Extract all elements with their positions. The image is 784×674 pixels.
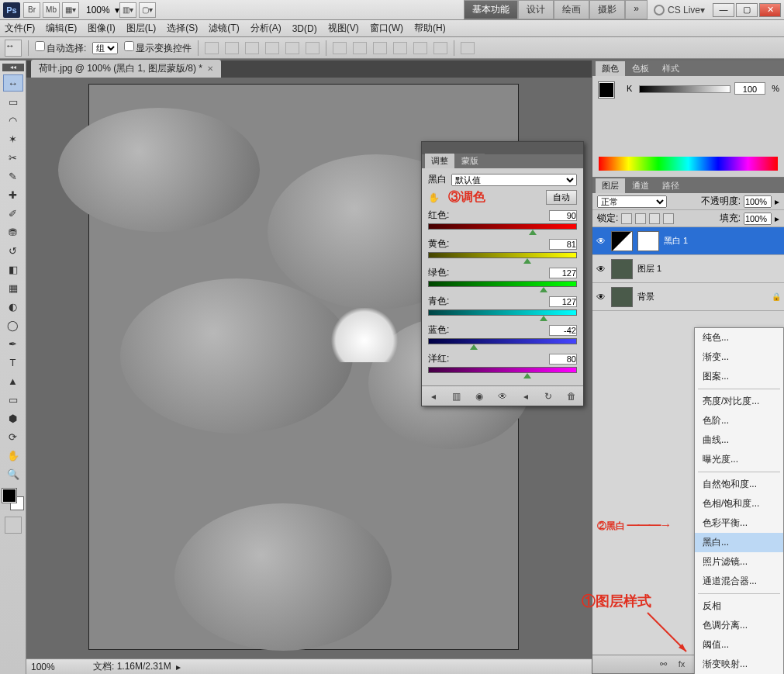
toolbox-toggle[interactable]: ◂◂ (2, 64, 24, 71)
lock-all-icon[interactable] (663, 213, 674, 224)
visibility-icon[interactable]: 👁 (596, 292, 606, 302)
menu-help[interactable]: 帮助(H) (414, 22, 446, 35)
shape-tool[interactable]: ▭ (3, 391, 23, 408)
move-tool[interactable]: ↔ (3, 74, 23, 92)
cslive-button[interactable]: CS Live ▾ (654, 5, 705, 16)
slider-track[interactable] (428, 281, 577, 287)
arrange-button[interactable]: ▥▾ (119, 2, 136, 18)
tab-color[interactable]: 颜色 (596, 61, 625, 76)
workspace-essentials[interactable]: 基本功能 (464, 0, 518, 19)
auto-align-icon[interactable] (461, 42, 475, 54)
stamp-tool[interactable]: ⛃ (3, 223, 23, 240)
ctx-menu-item[interactable]: 渐变... (695, 347, 783, 367)
prev-icon[interactable]: ◂ (520, 391, 532, 402)
eraser-tool[interactable]: ◧ (3, 261, 23, 278)
slider-track[interactable] (428, 338, 577, 344)
align-icon[interactable] (205, 42, 219, 54)
status-info[interactable]: 文档: 1.16M/2.31M (93, 660, 171, 673)
ctx-menu-item[interactable]: 纯色... (695, 328, 783, 347)
zoom-tool[interactable]: 🔍 (3, 465, 23, 482)
slider-value[interactable] (549, 354, 577, 365)
tab-masks[interactable]: 蒙版 (455, 154, 485, 168)
slider-value[interactable] (549, 296, 577, 307)
menu-edit[interactable]: 编辑(E) (46, 22, 77, 35)
tab-channels[interactable]: 通道 (626, 178, 655, 193)
workspace-more[interactable]: » (625, 0, 648, 19)
slider-track[interactable] (428, 252, 577, 258)
slider-track[interactable] (428, 367, 577, 373)
adj-thumb[interactable] (611, 231, 633, 251)
k-value[interactable]: 100 (734, 82, 765, 95)
ctx-menu-item[interactable]: 通道混合器... (695, 572, 783, 591)
expand-icon[interactable]: ▥ (451, 391, 463, 402)
ctx-menu-item[interactable]: 照片滤镜... (695, 552, 783, 572)
menu-window[interactable]: 窗口(W) (370, 22, 403, 35)
close-tab-icon[interactable]: ✕ (207, 64, 213, 73)
spectrum-bar[interactable] (599, 157, 778, 171)
distribute-icon[interactable] (433, 42, 447, 54)
bridge-button[interactable]: Br (23, 2, 40, 18)
dodge-tool[interactable]: ◯ (3, 316, 23, 334)
show-transform-checkbox[interactable]: 显示变换控件 (124, 41, 192, 55)
delete-icon[interactable]: 🗑 (565, 391, 578, 402)
lock-position-icon[interactable] (635, 213, 646, 224)
tab-layers[interactable]: 图层 (596, 178, 625, 193)
menu-3d[interactable]: 3D(D) (292, 23, 317, 34)
visibility-icon[interactable]: 👁 (596, 236, 606, 247)
blur-tool[interactable]: ◐ (3, 298, 23, 315)
view-icon[interactable]: 👁 (496, 391, 509, 402)
auto-button[interactable]: 自动 (546, 190, 577, 205)
workspace-painting[interactable]: 绘画 (554, 0, 589, 19)
ctx-menu-item[interactable]: 反相 (695, 596, 783, 616)
distribute-icon[interactable] (353, 42, 367, 54)
mask-thumb[interactable] (637, 231, 659, 251)
menu-select[interactable]: 选择(S) (167, 22, 198, 35)
minibridge-button[interactable]: Mb (43, 2, 60, 18)
menu-image[interactable]: 图像(I) (88, 22, 115, 35)
lock-all-icon[interactable] (649, 213, 660, 224)
ctx-menu-item[interactable]: 渐变映射... (695, 655, 783, 674)
screenmode-button[interactable]: ▢▾ (139, 2, 156, 18)
document-tab[interactable]: 荷叶.jpg @ 100% (黑白 1, 图层蒙版/8) *✕ (31, 60, 221, 78)
align-icon[interactable] (245, 42, 259, 54)
auto-select-target[interactable]: 组 (92, 42, 118, 54)
eyedropper-tool[interactable]: ✎ (3, 168, 23, 185)
align-icon[interactable] (285, 42, 299, 54)
ctx-menu-item[interactable]: 图案... (695, 367, 783, 386)
slider-value[interactable] (549, 210, 577, 221)
layer-name[interactable]: 图层 1 (637, 263, 781, 275)
clip-icon[interactable]: ◉ (473, 391, 485, 402)
layer-thumb[interactable] (611, 259, 633, 279)
layer-row[interactable]: 👁 黑白 1 (592, 227, 784, 255)
status-zoom[interactable]: 100% (31, 662, 70, 672)
ctx-menu-item[interactable]: 阈值... (695, 635, 783, 655)
align-icon[interactable] (225, 42, 239, 54)
k-slider[interactable] (639, 85, 730, 93)
opacity-input[interactable] (744, 195, 772, 208)
workspace-photography[interactable]: 摄影 (589, 0, 625, 19)
distribute-icon[interactable] (373, 42, 387, 54)
auto-select-checkbox[interactable]: 自动选择: (35, 41, 86, 55)
3d-tool[interactable]: ⬢ (3, 410, 23, 427)
ctx-menu-item[interactable]: 黑白... (695, 533, 783, 552)
crop-tool[interactable]: ✂ (3, 149, 23, 166)
distribute-icon[interactable] (413, 42, 427, 54)
hand-tool-icon[interactable]: ✋ (428, 192, 444, 203)
ctx-menu-item[interactable]: 色调分离... (695, 616, 783, 635)
color-swatch[interactable] (599, 82, 614, 98)
tab-adjustments[interactable]: 调整 (425, 154, 454, 168)
maximize-button[interactable]: ▢ (736, 3, 758, 17)
history-brush-tool[interactable]: ↺ (3, 242, 23, 259)
ctx-menu-item[interactable]: 亮度/对比度... (695, 392, 783, 411)
align-icon[interactable] (306, 42, 319, 54)
layer-name[interactable]: 黑白 1 (664, 235, 781, 247)
ctx-menu-item[interactable]: 色彩平衡... (695, 513, 783, 533)
tab-styles[interactable]: 样式 (656, 61, 686, 76)
ctx-menu-item[interactable]: 色阶... (695, 411, 783, 430)
ctx-menu-item[interactable]: 色相/饱和度... (695, 494, 783, 513)
lock-pixels-icon[interactable] (621, 213, 632, 224)
brush-tool[interactable]: ✐ (3, 205, 23, 222)
ctx-menu-item[interactable]: 自然饱和度... (695, 475, 783, 494)
hand-tool[interactable]: ✋ (3, 447, 23, 464)
slider-value[interactable] (549, 268, 577, 278)
